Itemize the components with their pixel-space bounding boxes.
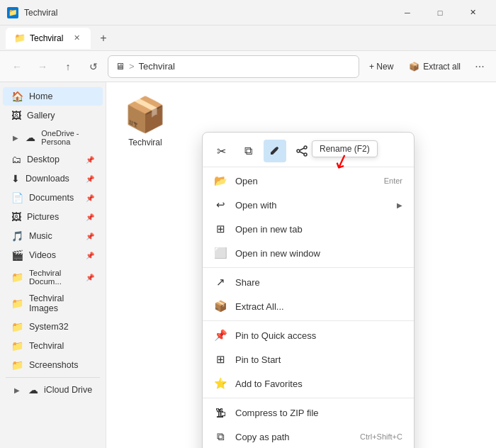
extract-icon: 📦: [214, 300, 227, 313]
context-menu-toolbar: ✂ ⧉ 🗑: [203, 135, 414, 167]
sidebar-item-documents[interactable]: 📄 Documents 📌: [3, 189, 103, 207]
new-tab-button[interactable]: +: [94, 28, 113, 48]
sidebar-item-pictures[interactable]: 🖼 Pictures 📌: [3, 208, 103, 226]
submenu-arrow: ▶: [397, 201, 402, 209]
extract-all-button[interactable]: 📦 Extract all: [402, 58, 468, 75]
sidebar-item-label: Music: [29, 231, 52, 241]
ctx-item-add-favorites[interactable]: ⭐ Add to Favorites: [203, 371, 414, 396]
ctx-item-compress-zip[interactable]: 🗜 Compress to ZIP file: [203, 401, 414, 425]
sidebar-item-system32[interactable]: 📁 System32: [3, 318, 103, 336]
ctx-extract-label: Extract All...: [235, 301, 402, 312]
pin-icon: 📌: [86, 194, 94, 202]
pin-icon: 📌: [86, 252, 94, 259]
copy-path-icon: ⧉: [214, 430, 227, 443]
back-button[interactable]: ←: [6, 55, 28, 78]
maximize-button[interactable]: □: [424, 2, 456, 23]
pin-quick-icon: 📌: [214, 329, 227, 342]
window-controls: ─ □ ✕: [391, 2, 489, 23]
open-icon: 📂: [214, 174, 227, 187]
sidebar-item-techviral[interactable]: 📁 Techviral: [3, 337, 103, 355]
zip-folder-icon: 📦: [124, 95, 167, 135]
svg-line-3: [300, 148, 304, 150]
new-button[interactable]: + New: [362, 58, 400, 75]
svg-point-1: [297, 150, 300, 152]
sidebar-item-gallery[interactable]: 🖼 Gallery: [3, 106, 103, 125]
ctx-item-pin-quick[interactable]: 📌 Pin to Quick access: [203, 323, 414, 347]
sidebar-item-label: iCloud Drive: [44, 385, 92, 395]
sidebar-item-desktop[interactable]: 🗂 Desktop 📌: [3, 150, 103, 169]
main-layout: 🏠 Home 🖼 Gallery ▶ ☁ OneDrive - Persona …: [0, 82, 496, 448]
ctx-item-open-new-tab[interactable]: ⊞ Open in new tab: [203, 217, 414, 241]
refresh-button[interactable]: ↺: [82, 55, 105, 78]
close-button[interactable]: ✕: [456, 2, 489, 23]
open-shortcut: Enter: [384, 177, 402, 185]
sidebar-item-label: Pictures: [27, 212, 59, 222]
window-title: Techviral: [24, 8, 385, 18]
sidebar-item-downloads[interactable]: ⬇ Downloads 📌: [3, 169, 103, 188]
extract-icon: 📦: [409, 62, 419, 72]
ctx-cut-button[interactable]: ✂: [210, 140, 232, 162]
up-button[interactable]: ↑: [57, 55, 79, 78]
address-separator: >: [129, 61, 135, 72]
sidebar-item-home[interactable]: 🏠 Home: [3, 87, 103, 106]
favorites-icon: ⭐: [214, 377, 227, 390]
pin-start-icon: ⊞: [214, 353, 227, 366]
sidebar-item-label: Videos: [29, 250, 56, 260]
pin-icon: 📌: [86, 156, 94, 164]
documents-icon: 📄: [11, 192, 23, 203]
sidebar-item-label: Techviral Docum...: [29, 269, 80, 286]
ctx-copy-button[interactable]: ⧉: [237, 140, 259, 162]
ctx-item-copy-path[interactable]: ⧉ Copy as path Ctrl+Shift+C: [203, 425, 414, 448]
minimize-button[interactable]: ─: [391, 2, 424, 23]
sidebar-item-label: Documents: [29, 193, 74, 203]
ctx-pin-quick-label: Pin to Quick access: [235, 330, 402, 341]
ctx-pin-start-label: Pin to Start: [235, 354, 402, 365]
ctx-item-share[interactable]: ↗ Share: [203, 270, 414, 294]
pin-icon: 📌: [86, 213, 94, 221]
tab-close-button[interactable]: ✕: [71, 33, 82, 44]
folder-label: Techviral: [128, 138, 162, 147]
sidebar-item-screenshots[interactable]: 📁 Screenshots: [3, 356, 103, 374]
videos-icon: 🎬: [11, 250, 23, 261]
ctx-item-open[interactable]: 📂 Open Enter: [203, 169, 414, 193]
sidebar-item-label: Home: [29, 91, 52, 101]
sidebar-item-music[interactable]: 🎵 Music 📌: [3, 227, 103, 245]
folder-icon: 📁: [11, 321, 23, 332]
sidebar-item-label: Downloads: [26, 174, 69, 184]
sidebar-item-techviral-images[interactable]: 📁 Techviral Images: [3, 290, 103, 317]
ctx-item-open-with[interactable]: ↩ Open with ▶: [203, 193, 414, 217]
ctx-item-pin-start[interactable]: ⊞ Pin to Start: [203, 347, 414, 371]
open-new-tab-icon: ⊞: [214, 223, 227, 235]
svg-line-4: [300, 152, 304, 154]
copy-path-shortcut: Ctrl+Shift+C: [360, 432, 402, 441]
folder-icon: 📁: [11, 298, 23, 309]
tab-bar: 📁 Techviral ✕ +: [0, 26, 496, 51]
ctx-item-extract-all[interactable]: 📦 Extract All...: [203, 294, 414, 318]
ctx-share-button[interactable]: [291, 140, 313, 162]
pin-icon: 📌: [86, 274, 94, 281]
sidebar-item-onedrive[interactable]: ▶ ☁ OneDrive - Persona: [3, 125, 103, 150]
folder-icon: 📁: [11, 340, 23, 352]
address-bar[interactable]: 🖥 > Techviral: [108, 55, 359, 78]
music-icon: 🎵: [11, 230, 23, 242]
sidebar-item-techviral-docum[interactable]: 📁 Techviral Docum... 📌: [3, 265, 103, 289]
onedrive-icon: ☁: [26, 132, 35, 143]
ctx-rename-button[interactable]: [264, 140, 286, 162]
sidebar-item-icloud[interactable]: ▶ ☁ iCloud Drive: [3, 381, 103, 399]
active-tab[interactable]: 📁 Techviral ✕: [6, 28, 91, 49]
desktop-icon: 🗂: [11, 154, 21, 165]
svg-point-0: [304, 146, 307, 149]
sidebar-item-videos[interactable]: 🎬 Videos 📌: [3, 246, 103, 264]
folder-item-techviral[interactable]: 📦 Techviral: [113, 89, 177, 153]
more-button[interactable]: ···: [469, 56, 490, 77]
icloud-icon: ☁: [28, 384, 38, 396]
sidebar-item-label: Techviral: [29, 341, 64, 351]
context-menu: ✂ ⧉ 🗑: [202, 132, 415, 448]
folder-icon: 📁: [11, 359, 23, 371]
ctx-item-open-new-window[interactable]: ⬜ Open in new window: [203, 241, 414, 265]
forward-button[interactable]: →: [31, 55, 54, 78]
toolbar: ← → ↑ ↺ 🖥 > Techviral + New 📦 Extract al…: [0, 51, 496, 82]
ctx-open-new-window-label: Open in new window: [235, 248, 402, 259]
separator: [203, 320, 414, 321]
ctx-add-favorites-label: Add to Favorites: [235, 379, 402, 389]
